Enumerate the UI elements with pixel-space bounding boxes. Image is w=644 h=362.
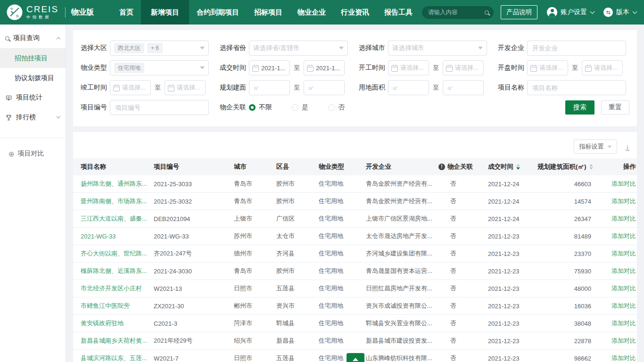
cell-city: 德州市 bbox=[234, 249, 276, 258]
date-placeholder: 请选择... bbox=[594, 64, 618, 72]
deal-time-to[interactable]: 2021-1... bbox=[304, 60, 345, 75]
project-link[interactable]: 黄安镇政府驻地 bbox=[81, 319, 124, 328]
sidebar-item-allocated-projects[interactable]: 协议划拨项目 bbox=[0, 68, 66, 88]
project-link[interactable]: 槐荫路北侧、近溪路东... bbox=[81, 267, 147, 275]
date-placeholder: 请选择... bbox=[539, 64, 563, 72]
table-row: 市北经济开发区小庄村W2021-13日照市五莲县住宅用地日照红昌房地产开发有..… bbox=[73, 280, 637, 297]
radio-no[interactable]: 否 bbox=[328, 103, 345, 112]
open-time-to[interactable]: 请选择... bbox=[582, 60, 623, 75]
sort-icon[interactable] bbox=[589, 164, 593, 170]
add-compare-link[interactable]: 添加对比 bbox=[611, 302, 636, 310]
start-time-to[interactable]: 请选择... bbox=[443, 60, 484, 75]
open-time-from[interactable]: 请选择... bbox=[527, 60, 568, 75]
add-compare-link[interactable]: 添加对比 bbox=[611, 232, 636, 240]
sort-icon[interactable] bbox=[516, 164, 520, 170]
nav-item-home[interactable]: 首页 bbox=[112, 0, 141, 25]
start-time-from[interactable]: 请选择... bbox=[388, 60, 429, 75]
complete-time-from[interactable]: 请选择... bbox=[110, 80, 151, 95]
cell-code: 2021-25-3032 bbox=[154, 198, 234, 205]
cell-type: 住宅用地 bbox=[319, 337, 366, 345]
info-icon[interactable]: ! bbox=[438, 164, 445, 170]
radio-yes[interactable]: 是 bbox=[292, 103, 308, 112]
project-link[interactable]: 2021-WG-33 bbox=[81, 233, 116, 240]
add-compare-link[interactable]: 添加对比 bbox=[611, 249, 636, 258]
brand-logo[interactable]: 中 指 CREIS 中指数据 物业版 bbox=[7, 4, 94, 20]
land-area-range: 至 bbox=[388, 80, 484, 95]
developer-input[interactable] bbox=[527, 41, 626, 56]
add-compare-link[interactable]: 添加对比 bbox=[611, 180, 636, 188]
add-compare-link[interactable]: 添加对比 bbox=[611, 354, 636, 362]
land-area-min-input[interactable] bbox=[388, 80, 429, 95]
cell-city: 青岛市 bbox=[234, 197, 276, 206]
planned-area-max-input[interactable] bbox=[304, 80, 345, 95]
caret-down-icon bbox=[478, 47, 483, 49]
cell-action: 添加对比 bbox=[611, 232, 637, 240]
property-type-tag: 住宅用地 bbox=[114, 63, 144, 73]
search-input[interactable] bbox=[428, 9, 485, 16]
date-value: 2021-1... bbox=[316, 65, 340, 72]
nav-item-industry-news[interactable]: 行业资讯 bbox=[333, 0, 377, 25]
cell-code: 2021-25-3033 bbox=[154, 181, 234, 188]
project-name-input[interactable] bbox=[527, 80, 626, 95]
region-select[interactable]: 西北大区 + 6 bbox=[110, 41, 209, 56]
add-compare-link[interactable]: 添加对比 bbox=[611, 284, 636, 293]
project-link[interactable]: 市鲤鱼江中医院旁 bbox=[81, 302, 130, 310]
cell-date: 2021-12-24 bbox=[488, 198, 537, 205]
cell-area: 98662 bbox=[537, 355, 611, 362]
indicator-settings-select[interactable]: 指标设置 bbox=[574, 140, 617, 154]
product-doc-button[interactable]: 产品说明 bbox=[501, 5, 537, 19]
search-button[interactable]: 搜索 bbox=[565, 100, 594, 115]
planned-area-min-input[interactable] bbox=[249, 80, 290, 95]
column-header-date[interactable]: 成交时间 bbox=[488, 163, 537, 171]
sidebar-item-rankings[interactable]: 排行榜 bbox=[0, 107, 66, 127]
sidebar-item-project-compare[interactable]: ⊕ 项目对比 bbox=[0, 144, 66, 164]
reset-button[interactable]: 重置 bbox=[601, 100, 629, 115]
date-placeholder: 请选择... bbox=[177, 83, 200, 92]
project-link[interactable]: 扬州路北侧、通州路东... bbox=[81, 180, 147, 188]
pe-linked-label: 物企关联 bbox=[220, 103, 249, 112]
add-compare-link[interactable]: 添加对比 bbox=[611, 337, 636, 345]
sidebar-item-project-stats[interactable]: 项目统计 bbox=[0, 88, 66, 107]
project-link[interactable]: 三江西大道以南、盛秦... bbox=[81, 214, 147, 223]
city-select[interactable]: 请选择城市 bbox=[388, 41, 487, 56]
cell-area: 14574 bbox=[537, 198, 611, 205]
nav-item-report-tools[interactable]: 报告工具 bbox=[377, 0, 420, 25]
radio-unlimited[interactable]: 不限 bbox=[249, 103, 272, 112]
download-icon[interactable]: ↓ bbox=[626, 143, 630, 150]
deal-time-from[interactable]: 2021-1... bbox=[249, 60, 290, 75]
project-link[interactable]: 晋州路南侧、市场路东... bbox=[81, 197, 147, 206]
nav-item-new-projects[interactable]: 新增项目 bbox=[141, 0, 189, 25]
sidebar-item-project-search[interactable]: 项目查询 bbox=[0, 28, 66, 48]
global-search[interactable] bbox=[422, 6, 494, 19]
project-code-input[interactable] bbox=[110, 100, 209, 115]
cell-developer: 上饶市广信区景湖房地... bbox=[366, 214, 438, 223]
province-select[interactable]: 请选择省/直辖市 bbox=[249, 41, 348, 56]
nav-item-bidding-projects[interactable]: 招标项目 bbox=[247, 0, 290, 25]
complete-time-to[interactable]: 请选择... bbox=[165, 80, 206, 95]
chart-board-icon bbox=[5, 94, 12, 101]
column-header-area[interactable]: 规划建筑面积(㎡) bbox=[537, 163, 611, 171]
main-content: 选择大区 西北大区 + 6 选择省份 请选择省/直辖市 选择城市 请选择城市 bbox=[66, 25, 644, 362]
add-compare-link[interactable]: 添加对比 bbox=[611, 197, 636, 206]
cell-type: 住宅用地 bbox=[319, 284, 366, 293]
back-to-top-button[interactable] bbox=[347, 353, 364, 362]
search-icon[interactable] bbox=[485, 10, 489, 15]
add-compare-link[interactable]: 添加对比 bbox=[611, 319, 636, 328]
account-settings-menu[interactable]: 账户设置 bbox=[547, 7, 594, 17]
version-menu[interactable]: ⇆ 版本 bbox=[603, 8, 636, 17]
project-link[interactable]: 齐心大街以南、世纪路... bbox=[81, 249, 147, 258]
caret-down-icon bbox=[608, 146, 611, 148]
nav-item-expiring-contracts[interactable]: 合约到期项目 bbox=[189, 0, 247, 25]
add-compare-link[interactable]: 添加对比 bbox=[611, 214, 636, 223]
project-link[interactable]: 新昌县城南乡天荷村黄... bbox=[81, 337, 147, 345]
sidebar-item-listed-projects[interactable]: 招拍挂项目 bbox=[0, 48, 66, 68]
property-type-select[interactable]: 住宅用地 bbox=[110, 60, 209, 75]
add-compare-link[interactable]: 添加对比 bbox=[611, 267, 636, 275]
cell-linked: 否 bbox=[438, 197, 488, 206]
cell-area: 46603 bbox=[537, 181, 611, 188]
land-area-max-input[interactable] bbox=[443, 80, 484, 95]
project-link[interactable]: 市北经济开发区小庄村 bbox=[81, 284, 142, 293]
nav-item-property-companies[interactable]: 物业企业 bbox=[290, 0, 333, 25]
planned-area-label: 规划建面 bbox=[220, 83, 249, 92]
project-link[interactable]: 县城滨河路以东、五莲... bbox=[81, 354, 147, 362]
